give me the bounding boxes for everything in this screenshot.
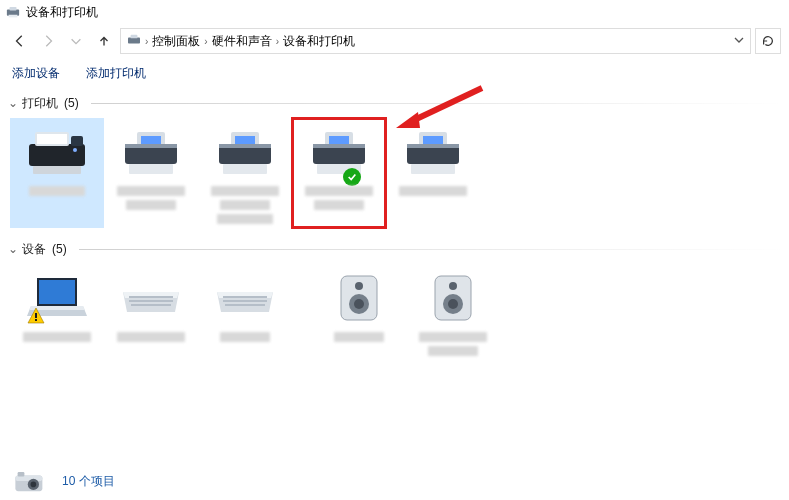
- camera-icon: [12, 465, 48, 497]
- device-item-laptop[interactable]: [10, 264, 104, 360]
- section-separator: [91, 103, 785, 104]
- chevron-down-icon: ⌄: [8, 96, 16, 110]
- device-label: [18, 332, 96, 342]
- printer-icon: [397, 124, 469, 180]
- add-printer-button[interactable]: 添加打印机: [86, 65, 146, 82]
- section-label-devices: 设备: [22, 241, 46, 258]
- add-device-button[interactable]: 添加设备: [12, 65, 60, 82]
- svg-rect-3: [128, 37, 140, 43]
- svg-rect-4: [131, 34, 138, 37]
- address-dropdown-icon[interactable]: [734, 34, 744, 48]
- svg-rect-1: [10, 7, 17, 11]
- svg-point-41: [355, 282, 363, 290]
- device-item-speaker[interactable]: [406, 264, 500, 360]
- svg-rect-18: [235, 136, 255, 144]
- device-label: [320, 332, 398, 342]
- svg-point-43: [354, 299, 364, 309]
- device-label: [414, 332, 492, 356]
- refresh-button[interactable]: [755, 28, 781, 54]
- svg-rect-28: [423, 136, 443, 144]
- chevron-down-icon: ⌄: [8, 242, 16, 256]
- svg-rect-37: [223, 300, 267, 302]
- svg-rect-30: [407, 144, 459, 148]
- window-title: 设备和打印机: [26, 4, 98, 21]
- svg-rect-14: [129, 164, 173, 174]
- svg-rect-36: [223, 296, 267, 298]
- keyboard-icon: [209, 270, 281, 326]
- device-item-printer[interactable]: [198, 118, 292, 228]
- svg-rect-7: [37, 134, 67, 144]
- command-toolbar: 添加设备 添加打印机: [0, 58, 789, 88]
- svg-rect-9: [33, 166, 81, 174]
- breadcrumb-devices-printers[interactable]: 设备和打印机: [283, 33, 355, 50]
- section-header-printers[interactable]: ⌄ 打印机 (5): [4, 92, 785, 114]
- back-button[interactable]: [8, 29, 32, 53]
- forward-button[interactable]: [36, 29, 60, 53]
- fax-icon: [21, 124, 93, 180]
- device-label: [300, 186, 378, 210]
- up-button[interactable]: [92, 29, 116, 53]
- device-label: [18, 186, 96, 196]
- default-check-badge: [343, 168, 361, 186]
- svg-rect-23: [329, 136, 349, 144]
- device-item-printer[interactable]: [104, 118, 198, 228]
- address-root-icon: [127, 34, 141, 49]
- keyboard-icon: [115, 270, 187, 326]
- section-header-devices[interactable]: ⌄ 设备 (5): [4, 238, 785, 260]
- svg-point-54: [31, 482, 37, 488]
- svg-rect-33: [129, 296, 173, 298]
- device-item-default-printer[interactable]: [292, 118, 386, 228]
- speaker-icon: [323, 270, 395, 326]
- status-item-count: 10 个项目: [62, 473, 115, 490]
- warning-badge-icon: [27, 307, 45, 328]
- device-item-printer[interactable]: [386, 118, 480, 228]
- svg-rect-31: [35, 313, 37, 318]
- printer-icon: [115, 124, 187, 180]
- svg-rect-15: [125, 144, 177, 148]
- spacer: [292, 264, 312, 360]
- laptop-icon: [21, 270, 93, 326]
- device-label: [206, 332, 284, 342]
- device-item-keyboard[interactable]: [198, 264, 292, 360]
- device-label: [206, 186, 284, 224]
- breadcrumb-control-panel[interactable]: 控制面板: [152, 33, 200, 50]
- svg-rect-55: [18, 472, 25, 477]
- svg-rect-29: [411, 164, 455, 174]
- speaker-icon: [417, 270, 489, 326]
- content-area: ⌄ 打印机 (5): [0, 88, 789, 462]
- devices-group: [4, 260, 785, 366]
- title-bar: 设备和打印机: [0, 0, 789, 24]
- svg-rect-0: [7, 10, 19, 16]
- svg-rect-13: [141, 136, 161, 144]
- chevron-right-icon: ›: [276, 36, 279, 47]
- address-bar[interactable]: › 控制面板 › 硬件和声音 › 设备和打印机: [120, 28, 751, 54]
- printer-icon: [209, 124, 281, 180]
- svg-rect-34: [129, 300, 173, 302]
- device-item-keyboard[interactable]: [104, 264, 198, 360]
- breadcrumb-hardware-sound[interactable]: 硬件和声音: [212, 33, 272, 50]
- status-bar: 10 个项目: [0, 462, 789, 500]
- device-item-speaker[interactable]: [312, 264, 406, 360]
- section-label-printers: 打印机: [22, 95, 58, 112]
- recent-locations-button[interactable]: [64, 29, 88, 53]
- svg-rect-5: [29, 144, 85, 166]
- svg-rect-32: [35, 319, 37, 321]
- svg-point-46: [449, 282, 457, 290]
- svg-rect-25: [313, 144, 365, 148]
- svg-rect-8: [71, 136, 83, 146]
- device-label: [394, 186, 472, 196]
- device-item-fax[interactable]: [10, 118, 104, 228]
- svg-rect-20: [219, 144, 271, 148]
- svg-rect-2: [9, 15, 18, 18]
- svg-rect-38: [225, 304, 265, 306]
- chevron-right-icon: ›: [204, 36, 207, 47]
- section-separator: [79, 249, 785, 250]
- section-count-printers: (5): [64, 96, 79, 110]
- printer-icon: [303, 124, 375, 180]
- svg-point-10: [73, 148, 77, 152]
- svg-rect-19: [223, 164, 267, 174]
- svg-rect-35: [131, 304, 171, 306]
- device-label: [112, 332, 190, 342]
- device-label: [112, 186, 190, 210]
- chevron-right-icon: ›: [145, 36, 148, 47]
